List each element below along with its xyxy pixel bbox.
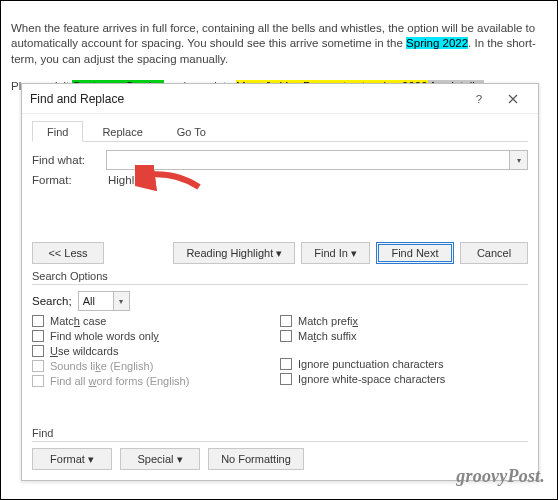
help-button[interactable]: ? <box>462 86 496 112</box>
dialog-titlebar: Find and Replace ? <box>22 84 538 114</box>
check-word-forms[interactable]: Find all word forms (English) <box>32 375 280 387</box>
dialog-title: Find and Replace <box>30 92 462 106</box>
highlight-cyan: Spring 2022 <box>406 37 468 49</box>
check-match-case[interactable]: Match case <box>32 315 280 327</box>
check-ignore-punct[interactable]: Ignore punctuation characters <box>280 358 528 370</box>
close-button[interactable] <box>496 86 530 112</box>
find-replace-dialog: Find and Replace ? Find Replace Go To Fi… <box>21 83 539 481</box>
check-whole-words[interactable]: Find whole words only <box>32 330 280 342</box>
no-formatting-button[interactable]: No Formatting <box>208 448 304 470</box>
close-icon <box>508 94 518 104</box>
search-options-title: Search Options <box>32 270 528 285</box>
check-ignore-whitespace[interactable]: Ignore white-space characters <box>280 373 528 385</box>
cancel-button[interactable]: Cancel <box>460 242 528 264</box>
search-label: Search; <box>32 295 72 307</box>
check-use-wildcards[interactable]: Use wildcards <box>32 345 280 357</box>
format-label: Format: <box>32 174 106 186</box>
check-match-prefix[interactable]: Match prefix <box>280 315 528 327</box>
find-in-button[interactable]: Find In ▾ <box>301 242 370 264</box>
special-button[interactable]: Special ▾ <box>120 448 200 470</box>
doc-paragraph-1: When the feature arrives in full force, … <box>11 21 547 68</box>
reading-highlight-button[interactable]: Reading Highlight ▾ <box>173 242 295 264</box>
search-direction-select[interactable]: All ▾ <box>78 291 130 311</box>
search-direction-value: All <box>79 292 113 310</box>
check-match-suffix[interactable]: Match suffix <box>280 330 528 342</box>
find-what-label: Find what: <box>32 154 106 166</box>
chevron-down-icon[interactable]: ▾ <box>509 151 527 169</box>
tab-goto[interactable]: Go To <box>162 121 221 142</box>
format-value: Highlight <box>106 174 153 186</box>
tab-replace[interactable]: Replace <box>87 121 157 142</box>
find-section-title: Find <box>32 427 528 442</box>
find-what-combo[interactable]: ▾ <box>106 150 528 170</box>
format-button[interactable]: Format ▾ <box>32 448 112 470</box>
tab-find[interactable]: Find <box>32 121 83 142</box>
chevron-down-icon[interactable]: ▾ <box>113 292 129 310</box>
less-button[interactable]: << Less <box>32 242 104 264</box>
check-sounds-like[interactable]: Sounds like (English) <box>32 360 280 372</box>
find-what-input[interactable] <box>107 151 509 169</box>
dialog-tabs: Find Replace Go To <box>32 120 528 142</box>
find-next-button[interactable]: Find Next <box>376 242 454 264</box>
watermark: groovyPost. <box>456 466 545 487</box>
